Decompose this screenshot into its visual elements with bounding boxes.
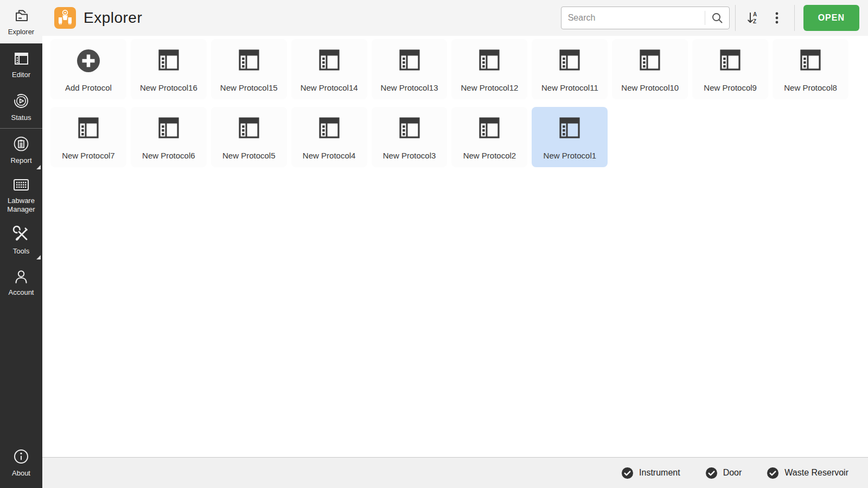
protocol-icon	[638, 48, 662, 72]
protocol-icon	[157, 116, 181, 140]
protocol-card-label: New Protocol7	[62, 151, 115, 160]
protocol-icon	[477, 48, 501, 72]
sidebar: Explorer Editor Status Report Labware Ma…	[0, 0, 42, 488]
protocol-icon	[398, 48, 422, 72]
protocol-icon	[76, 116, 100, 140]
more-options-button[interactable]	[765, 6, 789, 30]
page-title: Explorer	[84, 9, 142, 27]
check-circle-icon	[767, 467, 779, 479]
sidebar-item-status[interactable]: Status	[0, 86, 42, 128]
protocol-card-label: New Protocol11	[541, 83, 598, 92]
status-label: Door	[723, 468, 742, 478]
search-divider	[705, 11, 705, 25]
svg-text:Z: Z	[753, 18, 756, 24]
sidebar-item-about[interactable]: About	[0, 441, 42, 484]
protocol-card[interactable]: New Protocol16	[131, 39, 207, 99]
protocol-icon	[718, 48, 742, 72]
protocol-card[interactable]: New Protocol3	[372, 107, 448, 167]
tools-icon	[12, 225, 30, 243]
sidebar-item-label: Account	[9, 288, 34, 297]
check-circle-icon	[705, 467, 718, 479]
protocol-card-label: New Protocol2	[463, 151, 516, 160]
status-item: Waste Reservoir	[767, 467, 848, 479]
app-window: Explorer Editor Status Report Labware Ma…	[0, 0, 868, 488]
sidebar-item-labware-manager[interactable]: Labware Manager	[0, 171, 42, 219]
svg-text:A: A	[753, 11, 757, 17]
protocol-icon	[799, 48, 822, 72]
open-button[interactable]: OPEN	[803, 5, 859, 31]
status-item: Door	[705, 467, 742, 479]
protocol-icon	[237, 48, 261, 72]
protocol-card[interactable]: New Protocol7	[50, 107, 126, 167]
protocol-card[interactable]: New Protocol10	[612, 39, 688, 99]
protocol-icon	[237, 116, 261, 140]
status-play-icon	[12, 92, 30, 110]
protocol-card[interactable]: New Protocol14	[291, 39, 367, 99]
protocol-grid: Add Protocol New Protocol16 New Protocol…	[42, 36, 868, 457]
protocol-card-label: New Protocol8	[784, 83, 837, 92]
protocol-icon	[157, 48, 181, 72]
header-bar: Explorer AZ OPEN	[42, 0, 868, 36]
app-logo-robot-icon	[54, 7, 76, 29]
editor-icon	[12, 50, 30, 67]
protocol-card[interactable]: New Protocol4	[291, 107, 367, 167]
search-icon[interactable]	[707, 8, 727, 28]
protocol-icon	[317, 48, 341, 72]
status-item: Instrument	[621, 467, 680, 479]
add-protocol-card-label: Add Protocol	[65, 83, 112, 92]
sidebar-item-editor[interactable]: Editor	[0, 43, 42, 86]
search-input[interactable]	[568, 13, 705, 23]
protocol-card[interactable]: New Protocol8	[773, 39, 848, 99]
report-icon	[12, 135, 30, 153]
protocol-card-label: New Protocol4	[303, 151, 356, 160]
protocol-card-label: New Protocol5	[222, 151, 276, 160]
protocol-card[interactable]: New Protocol9	[692, 39, 768, 99]
protocol-card-label: New Protocol9	[704, 83, 757, 92]
protocol-card-label: New Protocol16	[140, 83, 197, 92]
status-bar: Instrument Door Waste Reservoir	[42, 457, 868, 488]
sidebar-item-explorer[interactable]: Explorer	[0, 0, 42, 43]
protocol-card[interactable]: New Protocol12	[451, 39, 527, 99]
protocol-card-label: New Protocol1	[544, 151, 597, 160]
account-icon	[12, 268, 30, 284]
protocol-icon	[317, 116, 341, 140]
sidebar-item-label: Tools	[13, 247, 29, 256]
sidebar-item-label: Status	[11, 113, 31, 122]
protocol-card-label: New Protocol6	[142, 151, 195, 160]
sidebar-item-label: About	[12, 469, 30, 478]
protocol-card[interactable]: New Protocol15	[211, 39, 287, 99]
protocol-icon	[558, 48, 582, 72]
protocol-card-label: New Protocol12	[461, 83, 518, 92]
add-protocol-card[interactable]: Add Protocol	[50, 39, 126, 99]
protocol-card[interactable]: New Protocol11	[532, 39, 608, 99]
protocol-icon	[558, 116, 582, 140]
folder-icon	[12, 8, 30, 24]
sidebar-item-report[interactable]: Report	[0, 129, 42, 171]
protocol-card[interactable]: New Protocol6	[131, 107, 207, 167]
status-label: Waste Reservoir	[784, 468, 848, 478]
protocol-card-label: New Protocol13	[381, 83, 438, 92]
protocol-card-label: New Protocol3	[383, 151, 436, 160]
sidebar-item-tools[interactable]: Tools	[0, 219, 42, 261]
protocol-card-label: New Protocol10	[621, 83, 679, 92]
sidebar-item-account[interactable]: Account	[0, 261, 42, 303]
protocol-card[interactable]: New Protocol5	[211, 107, 287, 167]
check-circle-icon	[621, 467, 634, 479]
protocol-card-label: New Protocol15	[220, 83, 278, 92]
sidebar-item-label: Labware Manager	[1, 197, 41, 213]
about-info-icon	[12, 448, 30, 465]
sidebar-item-label: Report	[10, 156, 31, 165]
protocol-icon	[477, 116, 501, 140]
protocol-card[interactable]: New Protocol2	[451, 107, 527, 167]
sort-az-button[interactable]: AZ	[741, 6, 765, 30]
protocol-card[interactable]: New Protocol13	[372, 39, 448, 99]
labware-plate-icon	[12, 176, 30, 193]
status-label: Instrument	[639, 468, 680, 478]
search-box	[561, 7, 730, 29]
header-divider	[735, 5, 736, 31]
protocol-icon	[398, 116, 422, 140]
protocol-card[interactable]: New Protocol1	[532, 107, 608, 167]
main-panel: Explorer AZ OPEN Add Protocol New Protoc…	[42, 0, 868, 488]
sidebar-item-label: Explorer	[8, 28, 34, 36]
plus-circle-icon	[75, 48, 101, 74]
